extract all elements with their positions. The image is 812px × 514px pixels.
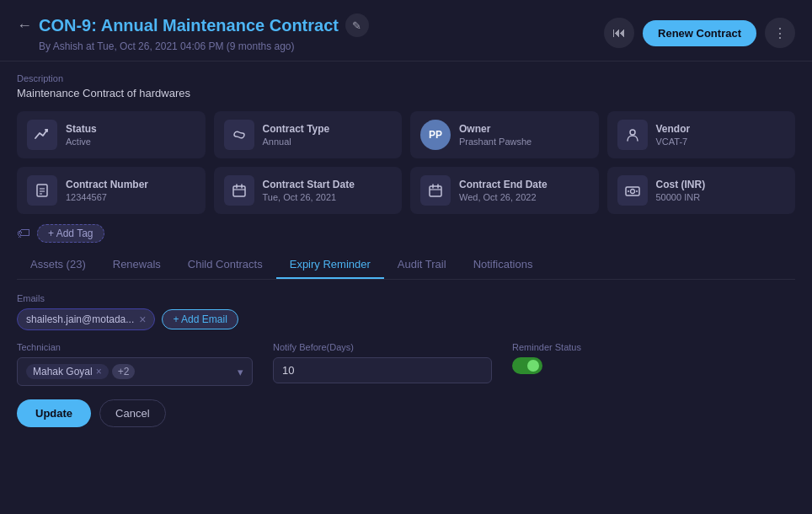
tag-icon: 🏷 [17, 226, 30, 241]
technician-chip: Mahak Goyal × [26, 364, 109, 379]
email-chip[interactable]: shailesh.jain@motada... × [17, 308, 155, 330]
back-nav-button[interactable]: ⏮ [604, 18, 634, 48]
end-date-icon [420, 175, 451, 206]
owner-value: Prashant Pawshe [459, 137, 532, 147]
svg-point-0 [630, 130, 635, 135]
header-right: ⏮ Renew Contract ⋮ [604, 18, 795, 48]
emails-label: Emails [17, 293, 795, 303]
cost-value: 50000 INR [656, 192, 706, 202]
status-label: Status [66, 123, 97, 135]
title-row: ← CON-9: Annual Maintenance Contract ✎ [17, 13, 369, 37]
vendor-card-content: Vendor VCAT-7 [656, 123, 691, 147]
vendor-value: VCAT-7 [656, 137, 691, 147]
notify-days-group: Notify Before(Days) [273, 342, 492, 383]
end-date-value: Wed, Oct 26, 2022 [459, 192, 548, 202]
vendor-label: Vendor [656, 123, 691, 135]
status-card: Status Active [17, 111, 206, 158]
cost-label: Cost (INR) [656, 179, 706, 190]
technician-select[interactable]: Mahak Goyal × +2 ▾ [17, 357, 253, 386]
reminder-status-group: Reminder Status [512, 342, 795, 374]
contract-type-card: Contract Type Annual [214, 111, 403, 158]
extra-count: +2 [112, 364, 136, 379]
contract-type-value: Annual [263, 137, 330, 147]
technician-group: Technician Mahak Goyal × +2 ▾ [17, 342, 253, 386]
action-row: Update Cancel [17, 399, 795, 427]
contract-number-label: Contract Number [66, 179, 148, 190]
expiry-reminder-content: Emails shailesh.jain@motada... × + Add E… [17, 280, 795, 427]
status-icon [27, 120, 57, 150]
technician-name: Mahak Goyal [33, 366, 93, 377]
edit-title-button[interactable]: ✎ [345, 13, 369, 37]
email-chip-text: shailesh.jain@motada... [26, 313, 134, 325]
vendor-icon [617, 120, 648, 150]
info-cards-grid: Status Active Contract Type Annual PP Ow… [17, 111, 795, 214]
contract-number-value: 12344567 [66, 192, 148, 202]
tab-child-contracts[interactable]: Child Contracts [174, 251, 276, 279]
owner-card: PP Owner Prashant Pawshe [410, 111, 599, 158]
notify-days-input[interactable] [273, 357, 492, 383]
back-button[interactable]: ← [17, 17, 32, 35]
toggle-knob [527, 360, 539, 372]
main-content: Description Maintenance Contract of hard… [0, 62, 812, 427]
reminder-status-label: Reminder Status [512, 342, 795, 352]
contract-number-icon [27, 175, 57, 206]
add-email-button[interactable]: + Add Email [162, 309, 238, 329]
owner-avatar: PP [420, 120, 451, 150]
toggle-wrapper [512, 357, 795, 374]
owner-label: Owner [459, 123, 532, 135]
start-date-label: Contract Start Date [263, 179, 355, 190]
contract-number-content: Contract Number 12344567 [66, 179, 148, 202]
technician-label: Technician [17, 342, 253, 352]
end-date-label: Contract End Date [459, 179, 548, 190]
page-title: CON-9: Annual Maintenance Contract [39, 16, 339, 35]
tabs-row: Assets (23) Renewals Child Contracts Exp… [17, 251, 795, 280]
form-row: Technician Mahak Goyal × +2 ▾ Notif [17, 342, 795, 386]
tab-assets[interactable]: Assets (23) [17, 251, 99, 279]
email-row: shailesh.jain@motada... × + Add Email [17, 308, 795, 330]
start-date-content: Contract Start Date Tue, Oct 26, 2021 [263, 179, 355, 202]
notify-days-label: Notify Before(Days) [273, 342, 492, 352]
svg-rect-1 [37, 185, 47, 196]
tab-notifications[interactable]: Notifications [460, 251, 547, 279]
end-date-content: Contract End Date Wed, Oct 26, 2022 [459, 179, 548, 202]
tab-audit-trail[interactable]: Audit Trail [384, 251, 460, 279]
remove-technician-icon[interactable]: × [96, 366, 102, 377]
select-chevron-icon: ▾ [238, 366, 243, 378]
description-label: Description [17, 73, 795, 83]
page-subtitle: By Ashish at Tue, Oct 26, 2021 04:06 PM … [39, 40, 369, 52]
owner-card-content: Owner Prashant Pawshe [459, 123, 532, 147]
status-value: Active [66, 137, 97, 147]
tab-expiry-reminder[interactable]: Expiry Reminder [276, 251, 384, 279]
cost-card: Cost (INR) 50000 INR [607, 167, 796, 214]
back-nav-icon: ⏮ [612, 25, 626, 40]
vendor-card: Vendor VCAT-7 [607, 111, 796, 158]
page-header: ← CON-9: Annual Maintenance Contract ✎ B… [0, 0, 812, 62]
start-date-value: Tue, Oct 26, 2021 [263, 192, 355, 202]
start-date-card: Contract Start Date Tue, Oct 26, 2021 [214, 167, 403, 214]
contract-type-icon [224, 120, 254, 150]
tab-renewals[interactable]: Renewals [99, 251, 174, 279]
renew-contract-button[interactable]: Renew Contract [643, 20, 756, 46]
more-icon: ⋮ [773, 25, 787, 41]
cost-icon [617, 175, 648, 206]
start-date-icon [224, 175, 254, 206]
description-text: Maintenance Contract of hardwares [17, 87, 795, 99]
status-card-content: Status Active [66, 123, 97, 147]
add-tag-button[interactable]: + Add Tag [37, 224, 104, 243]
svg-rect-5 [233, 186, 245, 196]
svg-rect-9 [430, 186, 441, 196]
contract-type-label: Contract Type [263, 123, 330, 135]
cost-content: Cost (INR) 50000 INR [656, 179, 706, 202]
edit-icon: ✎ [352, 19, 361, 32]
update-button[interactable]: Update [17, 399, 91, 427]
contract-type-card-content: Contract Type Annual [263, 123, 330, 147]
more-options-button[interactable]: ⋮ [765, 18, 795, 48]
reminder-status-toggle[interactable] [512, 357, 542, 374]
cancel-button[interactable]: Cancel [99, 399, 165, 427]
expiry-reminder-form: Emails shailesh.jain@motada... × + Add E… [17, 293, 795, 427]
tag-row: 🏷 + Add Tag [17, 224, 795, 243]
technician-chips: Mahak Goyal × +2 [26, 364, 232, 379]
end-date-card: Contract End Date Wed, Oct 26, 2022 [410, 167, 599, 214]
svg-point-14 [630, 190, 634, 194]
remove-email-button[interactable]: × [139, 313, 146, 326]
